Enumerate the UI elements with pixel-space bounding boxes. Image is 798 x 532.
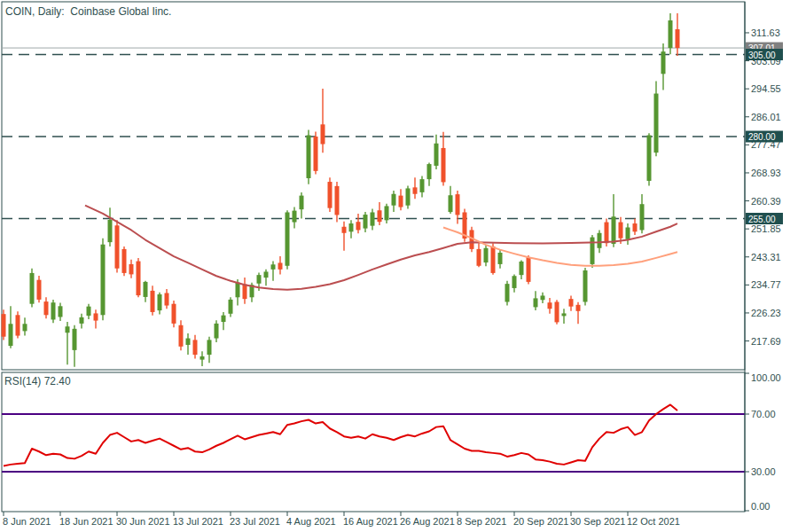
candle-body[interactable] xyxy=(314,137,318,171)
candle-body[interactable] xyxy=(356,222,361,230)
candle-body[interactable] xyxy=(179,325,184,347)
candle-body[interactable] xyxy=(569,299,574,307)
candle-body[interactable] xyxy=(484,248,489,262)
candle-body[interactable] xyxy=(278,262,283,269)
candle-body[interactable] xyxy=(427,164,432,179)
candle-body[interactable] xyxy=(392,194,396,206)
candle-body[interactable] xyxy=(605,223,609,244)
candle-body[interactable] xyxy=(307,136,311,178)
candle-body[interactable] xyxy=(108,220,113,242)
candle-body[interactable] xyxy=(420,179,425,192)
candle-body[interactable] xyxy=(555,301,559,322)
candle-body[interactable] xyxy=(434,144,439,166)
candle-body[interactable] xyxy=(129,264,134,274)
candle-body[interactable] xyxy=(236,283,240,298)
candle-body[interactable] xyxy=(87,307,91,316)
candle-body[interactable] xyxy=(583,270,588,302)
candle-body[interactable] xyxy=(633,223,638,231)
candle-body[interactable] xyxy=(328,182,332,208)
rsi-tick-label: 70.00 xyxy=(751,409,776,419)
candle-body[interactable] xyxy=(66,326,70,332)
candle-body[interactable] xyxy=(229,300,233,314)
candle-body[interactable] xyxy=(491,246,496,273)
candle-body[interactable] xyxy=(598,233,602,248)
candle-body[interactable] xyxy=(520,262,524,275)
candle-body[interactable] xyxy=(193,340,198,355)
candle-body[interactable] xyxy=(385,206,389,220)
candle-body[interactable] xyxy=(541,295,545,300)
candle-body[interactable] xyxy=(59,306,63,317)
candle-body[interactable] xyxy=(591,238,595,264)
price-level-badge-text: 280.00 xyxy=(748,132,776,142)
candle-body[interactable] xyxy=(115,225,120,268)
candle-body[interactable] xyxy=(612,216,616,244)
chart-canvas[interactable]: 311.63303.09294.55286.01277.47268.93260.… xyxy=(0,0,798,532)
candle-body[interactable] xyxy=(371,212,375,225)
candle-body[interactable] xyxy=(442,148,446,182)
candle-body[interactable] xyxy=(16,315,20,335)
candle-body[interactable] xyxy=(94,313,98,320)
candle-body[interactable] xyxy=(576,305,581,311)
date-tick-label: 4 Aug 2021 xyxy=(286,516,336,527)
candle-body[interactable] xyxy=(200,356,205,360)
rsi-tick-label: 30.00 xyxy=(751,466,776,477)
date-tick-label: 30 Sep 2021 xyxy=(570,516,625,527)
candle-body[interactable] xyxy=(271,264,276,270)
candle-body[interactable] xyxy=(122,249,127,273)
candle-body[interactable] xyxy=(243,285,247,300)
candle-body[interactable] xyxy=(215,324,219,339)
candle-body[interactable] xyxy=(527,257,531,282)
date-tick-label: 26 Aug 2021 xyxy=(400,516,455,527)
candle-body[interactable] xyxy=(30,273,35,304)
candle-body[interactable] xyxy=(349,223,354,231)
candle-body[interactable] xyxy=(44,301,49,315)
candle-body[interactable] xyxy=(186,339,191,345)
candle-body[interactable] xyxy=(498,253,503,264)
candle-body[interactable] xyxy=(661,51,666,74)
candle-body[interactable] xyxy=(669,20,673,48)
candle-body[interactable] xyxy=(73,329,77,350)
candle-body[interactable] xyxy=(335,186,340,215)
candle-body[interactable] xyxy=(534,298,538,307)
candle-body[interactable] xyxy=(293,211,297,223)
candle-body[interactable] xyxy=(300,196,304,210)
candle-body[interactable] xyxy=(413,187,418,193)
candle-body[interactable] xyxy=(619,223,623,239)
candle-body[interactable] xyxy=(562,313,567,316)
candle-body[interactable] xyxy=(654,94,659,153)
candle-body[interactable] xyxy=(512,276,517,288)
candle-body[interactable] xyxy=(172,304,176,324)
candle-body[interactable] xyxy=(51,302,56,319)
candle-body[interactable] xyxy=(505,284,510,301)
candle-body[interactable] xyxy=(548,302,552,309)
candle-body[interactable] xyxy=(640,204,645,230)
candle-body[interactable] xyxy=(456,194,460,215)
candle-body[interactable] xyxy=(626,227,630,239)
candle-body[interactable] xyxy=(286,212,290,265)
candle-body[interactable] xyxy=(137,262,141,295)
candle-body[interactable] xyxy=(264,271,269,278)
candle-body[interactable] xyxy=(647,136,652,181)
candle-body[interactable] xyxy=(158,294,162,310)
candle-body[interactable] xyxy=(37,280,42,300)
candle-body[interactable] xyxy=(101,245,106,316)
candle-body[interactable] xyxy=(207,340,212,355)
candle-body[interactable] xyxy=(257,275,262,284)
candle-body[interactable] xyxy=(144,282,148,297)
candle-body[interactable] xyxy=(342,227,347,233)
candle-body[interactable] xyxy=(165,293,169,305)
candle-body[interactable] xyxy=(378,210,382,222)
candle-body[interactable] xyxy=(406,188,411,205)
candle-body[interactable] xyxy=(449,195,453,212)
candle-body[interactable] xyxy=(23,324,27,331)
candle-body[interactable] xyxy=(9,324,13,346)
candle-body[interactable] xyxy=(364,215,368,229)
candle-body[interactable] xyxy=(676,29,680,48)
candle-body[interactable] xyxy=(321,124,325,144)
candle-body[interactable] xyxy=(477,249,481,266)
candle-body[interactable] xyxy=(399,196,403,207)
candle-body[interactable] xyxy=(80,317,84,324)
candle-body[interactable] xyxy=(2,314,6,337)
candle-body[interactable] xyxy=(222,316,226,322)
candle-body[interactable] xyxy=(151,291,155,312)
